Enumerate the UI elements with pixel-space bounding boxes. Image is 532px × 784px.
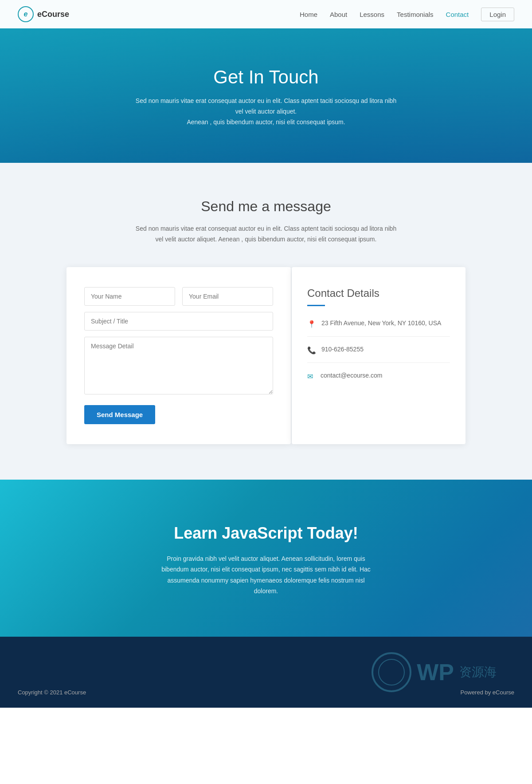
cta-description: Proin gravida nibh vel velit auctor aliq…	[155, 553, 377, 597]
address-text: 23 Fifth Avenue, New York, NY 10160, USA	[321, 319, 441, 327]
contact-details-card: Contact Details 📍 23 Fifth Avenue, New Y…	[292, 267, 466, 444]
hero-title: Get In Touch	[18, 67, 514, 88]
contact-title: Send me a message	[18, 198, 514, 215]
nav-testimonials[interactable]: Testimonials	[397, 11, 434, 18]
site-header: e eCourse Home About Lessons Testimonial…	[0, 0, 532, 28]
email-icon: ✉	[307, 372, 315, 381]
wp-logo-text: WP	[417, 659, 454, 686]
phone-icon: 📞	[307, 346, 316, 355]
subject-input[interactable]	[84, 312, 273, 331]
hero-description: Sed non mauris vitae erat consequat auct…	[133, 96, 399, 127]
copyright-text: Copyright © 2021 eCourse	[18, 689, 86, 698]
logo-text: eCourse	[37, 10, 69, 19]
wp-cn-text: 资源海	[459, 664, 497, 681]
detail-phone: 📞 910-626-85255	[307, 346, 450, 363]
send-message-button[interactable]: Send Message	[84, 405, 155, 424]
detail-address: 📍 23 Fifth Avenue, New York, NY 10160, U…	[307, 319, 450, 337]
main-nav: Home About Lessons Testimonials Contact …	[300, 8, 514, 21]
site-footer: Copyright © 2021 eCourse WP 资源海 Powered …	[0, 637, 532, 708]
message-textarea[interactable]	[84, 337, 273, 394]
wp-watermark: WP 资源海	[372, 652, 497, 692]
nav-lessons[interactable]: Lessons	[360, 11, 384, 18]
wp-logo-inner	[378, 659, 405, 686]
logo[interactable]: e eCourse	[18, 6, 69, 22]
details-title: Contact Details	[307, 287, 450, 299]
nav-login[interactable]: Login	[481, 8, 514, 21]
contact-subtitle: Sed non mauris vitae erat consequat auct…	[133, 224, 399, 245]
hero-content: Get In Touch Sed non mauris vitae erat c…	[18, 67, 514, 127]
cta-section: Learn JavaScript Today! Proin gravida ni…	[0, 480, 532, 637]
detail-email: ✉ contact@ecourse.com	[307, 372, 450, 389]
logo-icon: e	[18, 6, 34, 22]
email-input[interactable]	[182, 287, 273, 306]
phone-text: 910-626-85255	[321, 346, 364, 353]
form-message-row	[84, 337, 273, 405]
contact-grid: Send Message Contact Details 📍 23 Fifth …	[66, 267, 466, 444]
nav-about[interactable]: About	[330, 11, 347, 18]
cta-title: Learn JavaScript Today!	[18, 524, 514, 543]
details-divider	[307, 305, 325, 306]
form-row-name-email	[84, 287, 273, 306]
nav-contact[interactable]: Contact	[446, 11, 469, 18]
nav-home[interactable]: Home	[300, 11, 317, 18]
email-text: contact@ecourse.com	[321, 372, 383, 379]
form-subject-row	[84, 312, 273, 337]
contact-form-card: Send Message	[66, 267, 291, 444]
wp-logo-circle	[372, 652, 411, 692]
contact-section: Send me a message Sed non mauris vitae e…	[0, 163, 532, 480]
name-input[interactable]	[84, 287, 175, 306]
location-icon: 📍	[307, 320, 316, 328]
